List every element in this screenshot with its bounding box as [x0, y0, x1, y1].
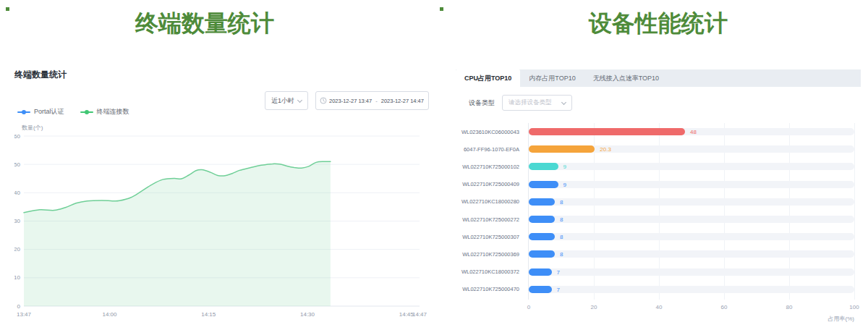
bar-track: 9 — [529, 181, 854, 188]
bar-track: 20.3 — [529, 145, 854, 153]
x-tick-label: 13:47 — [17, 311, 32, 318]
date-range-picker[interactable]: 2023-12-27 13:47 - 2023-12-27 14:47 — [315, 91, 429, 110]
chart-legend: Portal认证终端连接数 — [17, 107, 129, 117]
chevron-down-icon — [297, 97, 302, 102]
legend-label: 终端连接数 — [97, 107, 129, 117]
bar-value-label: 48 — [690, 129, 697, 135]
chart-controls: 近1小时 2023-12-27 13:47 - 2023-12-27 14:47 — [265, 91, 429, 110]
x-tick-label: 20 — [583, 304, 605, 310]
bar-track: 7 — [529, 286, 854, 293]
bar — [529, 268, 552, 276]
bar — [529, 250, 555, 258]
bar-category-label: WL023610KC06000043 — [456, 129, 519, 135]
bar-category-label: WL022710K725000102 — [456, 164, 519, 170]
y-tick-label: 50 — [14, 161, 21, 168]
bar-track: 8 — [529, 198, 854, 206]
bar-row: WL023610KC0600004348 — [456, 123, 861, 140]
bar-value-label: 8 — [560, 216, 563, 223]
terminal-count-section: 终端数量统计 终端数量统计 近1小时 2023-12-27 13:47 - 20… — [0, 0, 434, 330]
bar-value-label: 7 — [557, 268, 560, 275]
bar — [529, 216, 555, 223]
terminal-section-title: 终端数量统计 — [0, 8, 409, 40]
x-tick-label: 60 — [713, 304, 735, 310]
y-tick-label: 20 — [14, 246, 21, 253]
bullet-marker — [440, 7, 443, 11]
bar-x-ticks: 020406080100 — [456, 304, 861, 311]
y-tick-label: 0 — [17, 303, 21, 310]
bar-value-label: 8 — [560, 251, 563, 258]
device-type-label: 设备类型 — [469, 98, 495, 108]
legend-line-dot-icon — [80, 109, 93, 115]
date-end: 2023-12-27 14:47 — [381, 98, 424, 104]
bar-row: WL022710KC180003727 — [456, 263, 861, 281]
bar — [529, 181, 558, 188]
bar-row: WL022710KC180002808 — [456, 193, 861, 211]
x-tick-label: 0 — [518, 304, 540, 310]
bar — [529, 163, 558, 170]
bar-category-label: WL022710K725000272 — [456, 216, 519, 223]
time-range-value: 近1小时 — [271, 96, 294, 106]
bar — [529, 233, 555, 240]
terminal-line-chart: 010203040506013:4714:0014:1514:3014:4514… — [14, 130, 430, 324]
bar — [529, 145, 595, 153]
legend-line-dot-icon — [17, 109, 30, 115]
performance-tabbar: CPU占用TOP10内存占用TOP10无线接入点速率TOP10 — [456, 69, 861, 87]
device-type-select[interactable]: 请选择设备类型 — [502, 95, 572, 111]
bar-row: 6047-FF96-1070-EF0A20.3 — [456, 140, 861, 158]
bar-category-label: WL022710KC18000372 — [456, 268, 519, 275]
bar-value-label: 7 — [557, 286, 560, 292]
x-tick-label: 14:00 — [103, 311, 118, 318]
x-tick-label: 40 — [648, 304, 670, 310]
clock-icon — [320, 97, 327, 104]
cpu-bar-rows: WL023610KC06000043486047-FF96-1070-EF0A2… — [456, 123, 861, 298]
bar-category-label: WL022710K725000409 — [456, 181, 519, 187]
tab-memory-top10[interactable]: 内存占用TOP10 — [520, 69, 584, 87]
date-start: 2023-12-27 13:47 — [329, 98, 372, 104]
bar-track: 8 — [529, 250, 854, 258]
x-tick-label: 14:47 — [412, 311, 427, 318]
legend-label: Portal认证 — [34, 107, 64, 117]
device-type-placeholder: 请选择设备类型 — [509, 98, 552, 107]
bar-category-label: WL022710KC18000280 — [456, 198, 519, 205]
x-tick-label: 14:30 — [300, 311, 315, 318]
bar-row: WL022710K7250004099 — [456, 176, 861, 193]
terminal-card-header: 终端数量统计 — [14, 69, 67, 81]
legend-item-portal-auth[interactable]: Portal认证 — [17, 107, 64, 117]
bar-value-label: 8 — [560, 198, 563, 205]
legend-item-terminal-connections[interactable]: 终端连接数 — [80, 107, 129, 117]
chevron-down-icon — [561, 99, 566, 104]
bar — [529, 128, 685, 135]
y-tick-label: 60 — [14, 133, 21, 140]
tab-cpu-top10[interactable]: CPU占用TOP10 — [456, 69, 520, 87]
tab-wireless-rate-top10[interactable]: 无线接入点速率TOP10 — [584, 69, 668, 87]
y-tick-label: 40 — [14, 190, 21, 196]
bar-track: 9 — [529, 163, 854, 170]
bar-row: WL022710K7250003078 — [456, 228, 861, 245]
bar-track: 7 — [529, 268, 854, 276]
x-tick-label: 80 — [778, 304, 800, 310]
time-range-select[interactable]: 近1小时 — [265, 91, 308, 110]
bar — [529, 286, 552, 293]
device-section-title: 设备性能统计 — [456, 8, 861, 40]
bar-category-label: 6047-FF96-1070-EF0A — [456, 146, 519, 153]
bar-category-label: WL022710K725000369 — [456, 251, 519, 258]
bar — [529, 198, 555, 206]
bar-axis-title: 占用率(%) — [828, 315, 854, 323]
bar-row: WL022710K7250001029 — [456, 158, 861, 175]
bar-value-label: 9 — [563, 181, 566, 187]
device-type-row: 设备类型 请选择设备类型 — [469, 95, 572, 111]
device-performance-section: 设备性能统计 CPU占用TOP10内存占用TOP10无线接入点速率TOP10 设… — [456, 0, 861, 330]
bar-track: 8 — [529, 216, 854, 223]
y-tick-label: 10 — [14, 274, 21, 281]
bar-row: WL022710K7250002728 — [456, 211, 861, 228]
date-separator: - — [375, 98, 378, 104]
bar-track: 8 — [529, 233, 854, 240]
x-tick-label: 14:15 — [201, 311, 216, 318]
bar-value-label: 9 — [563, 164, 566, 170]
bar-category-label: WL022710K725000307 — [456, 234, 519, 240]
series-area — [24, 161, 331, 306]
bar-row: WL022710K7250004707 — [456, 281, 861, 298]
y-tick-label: 30 — [14, 218, 21, 224]
bar-category-label: WL022710K725000470 — [456, 286, 519, 292]
bar-value-label: 20.3 — [600, 146, 611, 153]
